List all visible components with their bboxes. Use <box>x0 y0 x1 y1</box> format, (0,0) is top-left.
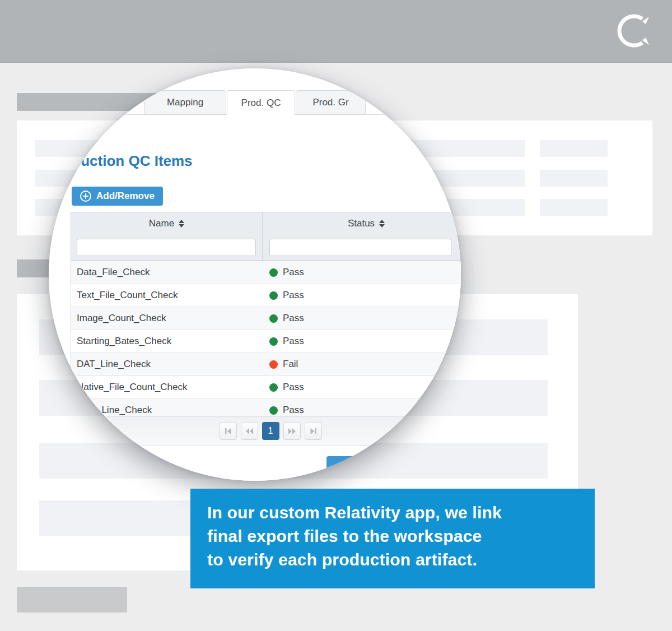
qc-item-status: Pass <box>263 284 461 307</box>
status-dot-icon <box>269 291 278 300</box>
next-page-button[interactable] <box>283 422 301 440</box>
status-dot-icon <box>269 406 278 415</box>
last-page-button[interactable] <box>305 422 322 440</box>
placeholder-field-bar <box>540 140 608 157</box>
table-row[interactable]: DAT_Line_Check Fail <box>71 352 461 375</box>
table-body: Data_File_Check Pass Text_File_Count_Che… <box>71 261 461 421</box>
column-header-name[interactable]: Name <box>71 212 263 235</box>
placeholder-field-bar <box>540 199 608 216</box>
name-filter-input[interactable] <box>77 239 256 256</box>
sync-circle-arrows-icon <box>614 11 654 50</box>
placeholder-footer-bar <box>17 587 127 613</box>
last-page-icon <box>309 426 318 436</box>
caption-line: final export files to the workspace <box>207 525 502 548</box>
first-page-button[interactable] <box>220 422 237 440</box>
prev-page-icon <box>245 426 254 436</box>
magnifier-circle: Mapping Prod. QC Prod. Gr Production QC … <box>49 68 461 481</box>
status-dot-icon <box>269 383 278 392</box>
first-page-icon <box>223 426 233 436</box>
qc-items-table: Name Status <box>71 212 461 422</box>
current-page-button[interactable]: 1 <box>262 422 279 440</box>
column-header-status[interactable]: Status <box>263 212 461 235</box>
caption-line: In our custom Relativity app, we link <box>207 501 502 525</box>
status-dot-icon <box>269 314 278 323</box>
top-header-band <box>0 0 672 63</box>
table-row[interactable]: Image_Count_Check Pass <box>71 307 461 330</box>
caption-line: to verify each production artifact. <box>207 548 502 572</box>
table-row[interactable]: Starting_Bates_Check Pass <box>71 330 461 352</box>
table-header-row: Name Status <box>71 212 461 235</box>
status-dot-icon <box>269 360 278 369</box>
table-row[interactable]: Text_File_Count_Check Pass <box>71 284 461 307</box>
qc-item-name: Starting_Bates_Check <box>71 330 263 352</box>
sort-icon <box>179 220 184 228</box>
tab-prod-qc[interactable]: Prod. QC <box>227 90 295 115</box>
placeholder-field-bar <box>540 170 608 187</box>
qc-item-name: Data_File_Check <box>71 261 263 284</box>
status-filter-input[interactable] <box>269 239 451 256</box>
add-remove-label: Add/Remove <box>96 191 155 202</box>
qc-item-status: Fail <box>263 353 461 375</box>
screenshot-root: Mapping Prod. QC Prod. Gr Production QC … <box>0 0 672 631</box>
tab-prod-gr[interactable]: Prod. Gr <box>296 90 366 114</box>
qc-item-status: Pass <box>263 330 461 352</box>
plus-circle-icon <box>80 191 91 202</box>
caption-callout: In our custom Relativity app, we link fi… <box>190 489 595 588</box>
column-header-status-label: Status <box>348 218 375 229</box>
qc-item-name: Text_File_Count_Check <box>71 284 263 307</box>
qc-item-name: Image_Count_Check <box>71 307 263 330</box>
table-filter-row <box>71 235 461 261</box>
qc-item-name: Native_File_Count_Check <box>71 376 263 398</box>
qc-item-status: Pass <box>263 307 461 330</box>
column-header-name-label: Name <box>149 218 174 229</box>
status-dot-icon <box>269 337 278 346</box>
qc-item-name: DAT_Line_Check <box>71 353 263 375</box>
next-page-icon <box>287 426 297 436</box>
table-row[interactable]: Native_File_Count_Check Pass <box>71 375 461 398</box>
status-dot-icon <box>269 268 278 277</box>
tab-mapping[interactable]: Mapping <box>144 90 226 114</box>
add-remove-button[interactable]: Add/Remove <box>72 187 163 206</box>
table-row[interactable]: Data_File_Check Pass <box>71 261 461 284</box>
prev-page-button[interactable] <box>241 422 258 440</box>
sort-icon <box>379 220 385 228</box>
qc-item-status: Pass <box>263 261 461 284</box>
